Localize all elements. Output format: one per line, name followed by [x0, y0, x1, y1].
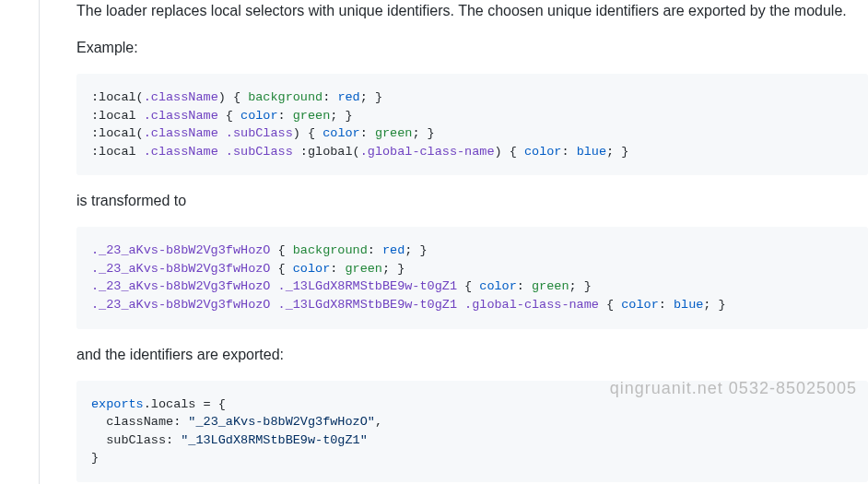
- code-token: {: [599, 298, 621, 312]
- code-token: ): [218, 90, 226, 104]
- code-token: background: [248, 90, 323, 104]
- code-token: }: [91, 451, 99, 465]
- code-token: ; }: [405, 243, 427, 257]
- code-token: :global(: [293, 145, 360, 159]
- code-token: blue: [674, 298, 703, 312]
- code-token: :: [368, 243, 382, 257]
- code-token: .className: [144, 90, 218, 104]
- code-block-exports: exports.locals = { className: "_23_aKvs-…: [76, 381, 868, 482]
- code-token: ; }: [330, 109, 352, 123]
- code-token: .global-class-name: [464, 298, 599, 312]
- code-token: {: [300, 126, 323, 140]
- code-token: [270, 298, 277, 312]
- code-token: blue: [577, 145, 606, 159]
- code-token: :: [517, 279, 532, 293]
- code-token: green: [293, 109, 331, 123]
- code-token: [218, 126, 226, 140]
- code-block-source: :local(.className) { background: red; } …: [76, 74, 868, 175]
- code-token: ; }: [606, 145, 628, 159]
- code-token: color: [293, 262, 331, 276]
- code-token: green: [375, 126, 413, 140]
- code-token: :local(: [91, 126, 144, 140]
- code-token: ,: [375, 415, 382, 429]
- code-token: ; }: [703, 298, 725, 312]
- code-token: "_23_aKvs-b8bW2Vg3fwHozO": [188, 415, 375, 429]
- code-token: green: [532, 279, 569, 293]
- code-token: ._13LGdX8RMStbBE9w-t0gZ1: [278, 279, 457, 293]
- code-token: className: [106, 415, 173, 429]
- code-token: color: [323, 126, 360, 140]
- code-token: {: [457, 279, 479, 293]
- code-block-output: ._23_aKvs-b8bW2Vg3fwHozO { background: r…: [76, 227, 868, 328]
- code-token: ; }: [569, 279, 592, 293]
- code-token: :local: [91, 145, 144, 159]
- code-token: "_13LGdX8RMStbBE9w-t0gZ1": [181, 433, 368, 447]
- intro-text: The loader replaces local selectors with…: [76, 0, 868, 22]
- code-token: color: [524, 145, 562, 159]
- code-token: [457, 298, 464, 312]
- code-token: :local: [91, 109, 144, 123]
- code-token: ): [293, 126, 300, 140]
- code-token: red: [382, 243, 405, 257]
- code-token: :: [173, 415, 188, 429]
- code-token: [91, 433, 106, 447]
- export-label: and the identifiers are exported:: [76, 344, 868, 366]
- code-token: :: [561, 145, 576, 159]
- code-token: {: [270, 262, 292, 276]
- code-token: .subClass: [226, 145, 293, 159]
- code-token: ._13LGdX8RMStbBE9w-t0gZ1: [278, 298, 457, 312]
- code-token: :: [360, 126, 375, 140]
- code-token: green: [345, 262, 382, 276]
- code-token: :: [323, 90, 337, 104]
- code-token: .className: [144, 126, 218, 140]
- code-token: subClass: [106, 433, 166, 447]
- code-token: ._23_aKvs-b8bW2Vg3fwHozO: [91, 298, 270, 312]
- transform-label: is transformed to: [76, 190, 868, 212]
- code-token: {: [226, 90, 248, 104]
- code-token: ; }: [382, 262, 405, 276]
- code-token: [270, 279, 277, 293]
- code-token: .className: [144, 145, 218, 159]
- code-token: red: [337, 90, 359, 104]
- code-token: background: [293, 243, 368, 257]
- code-token: color: [621, 298, 659, 312]
- code-token: :local(: [91, 90, 144, 104]
- code-token: {: [218, 109, 240, 123]
- code-token: :: [659, 298, 674, 312]
- code-token: [218, 145, 226, 159]
- code-token: {: [502, 145, 524, 159]
- code-token: = {: [195, 397, 225, 411]
- code-token: {: [270, 243, 292, 257]
- code-token: .className: [144, 109, 218, 123]
- code-token: color: [240, 109, 278, 123]
- code-token: ; }: [412, 126, 434, 140]
- code-token: ._23_aKvs-b8bW2Vg3fwHozO: [91, 279, 270, 293]
- code-token: color: [479, 279, 517, 293]
- code-token: ._23_aKvs-b8bW2Vg3fwHozO: [91, 243, 270, 257]
- code-token: .global-class-name: [360, 145, 495, 159]
- code-token: .: [144, 397, 151, 411]
- code-token: exports: [91, 397, 144, 411]
- code-token: :: [278, 109, 293, 123]
- code-token: :: [166, 433, 181, 447]
- code-token: ): [495, 145, 502, 159]
- doc-container: The loader replaces local selectors with…: [39, 0, 868, 484]
- code-token: :: [330, 262, 345, 276]
- code-token: .subClass: [226, 126, 293, 140]
- code-token: ._23_aKvs-b8bW2Vg3fwHozO: [91, 262, 270, 276]
- example-label: Example:: [76, 37, 868, 59]
- code-token: ; }: [360, 90, 382, 104]
- code-token: [91, 415, 106, 429]
- code-token: locals: [151, 397, 196, 411]
